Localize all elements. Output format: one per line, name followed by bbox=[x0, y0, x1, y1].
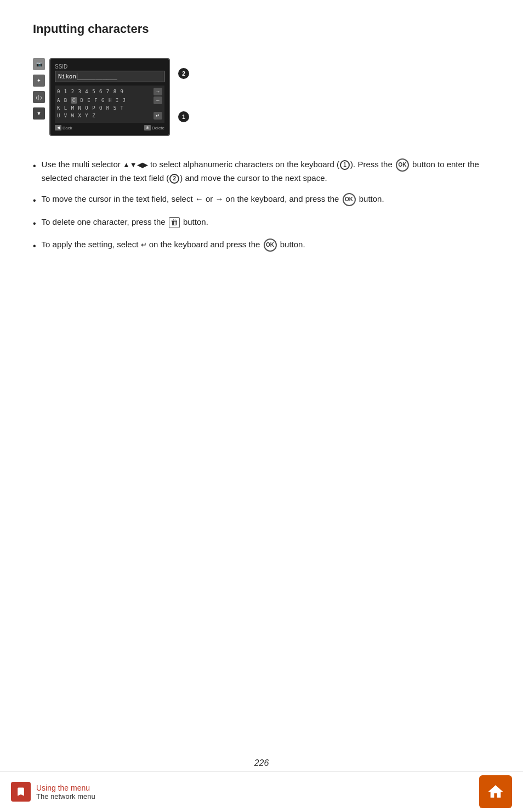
camera-icon-4: ▼ bbox=[33, 107, 45, 120]
ok-button-1: OK bbox=[396, 158, 409, 172]
delete-btn-icon: ⊗ bbox=[144, 125, 151, 130]
camera-icon-3: (│) bbox=[33, 91, 45, 103]
bottom-nav-text: Using the menu The network menu bbox=[36, 783, 95, 800]
bullet-dot-4: • bbox=[33, 239, 36, 253]
nav-icon bbox=[11, 782, 31, 802]
callout-1: 1 bbox=[178, 111, 189, 122]
camera-illustration: 📷 ✦ (│) ▼ SSID Nikon___________ 0 1 2 3 … bbox=[33, 58, 490, 136]
camera-icon-1: 📷 bbox=[33, 58, 45, 70]
nav-link[interactable]: Using the menu bbox=[36, 783, 95, 792]
ssid-label: SSID bbox=[55, 64, 164, 70]
callout-2: 2 bbox=[178, 68, 189, 79]
text-field: Nikon___________ bbox=[55, 71, 164, 82]
bullet-text-3: To delete one character, press the 🗑 but… bbox=[42, 215, 208, 229]
bullet-text-1: Use the multi selector ▲▼◀▶ to select al… bbox=[42, 158, 490, 185]
bottom-bar: ◀ Back ⊗ Delete bbox=[55, 125, 164, 130]
keyboard-row-1: 0 1 2 3 4 5 6 7 8 9 → bbox=[57, 88, 162, 95]
page-title: Inputting characters bbox=[33, 22, 490, 36]
page-number: 226 bbox=[0, 758, 523, 768]
bullet-text-2: To move the cursor in the text field, se… bbox=[42, 192, 384, 206]
text-field-value: Nikon___________ bbox=[58, 73, 161, 80]
bullet-item-3: • To delete one character, press the 🗑 b… bbox=[33, 215, 490, 231]
camera-screen: SSID Nikon___________ 0 1 2 3 4 5 6 7 8 … bbox=[49, 58, 170, 136]
bullet-text-4: To apply the setting, select ↵ on the ke… bbox=[42, 238, 305, 252]
home-icon bbox=[487, 783, 504, 800]
bookmark-icon bbox=[15, 786, 26, 797]
enter-key: ↵ bbox=[154, 112, 162, 120]
trash-button-icon: 🗑 bbox=[169, 217, 180, 228]
bullet-item-2: • To move the cursor in the text field, … bbox=[33, 192, 490, 208]
bullet-dot-3: • bbox=[33, 217, 36, 231]
page-content: Inputting characters 📷 ✦ (│) ▼ SSID Niko… bbox=[0, 0, 523, 327]
alpha-keys-2: K L M N O P Q R S T bbox=[57, 105, 162, 111]
ok-button-2: OK bbox=[343, 193, 356, 206]
bullet-item-4: • To apply the setting, select ↵ on the … bbox=[33, 238, 490, 253]
nav-sub: The network menu bbox=[36, 792, 95, 800]
callout-ref-2: 2 bbox=[169, 174, 179, 184]
back-button: ◀ Back bbox=[55, 125, 72, 130]
alpha-keys-1: A B C D E F G H I J bbox=[57, 98, 151, 103]
bullet-dot-2: • bbox=[33, 194, 36, 208]
back-btn-icon: ◀ bbox=[55, 125, 61, 130]
bullet-list: • Use the multi selector ▲▼◀▶ to select … bbox=[33, 158, 490, 253]
backspace-key: ← bbox=[154, 96, 162, 104]
alpha-keys-3: U V W X Y Z bbox=[57, 113, 151, 118]
ok-button-3: OK bbox=[264, 239, 277, 252]
arrow-right-key: → bbox=[154, 88, 162, 95]
keyboard-row-2: A B C D E F G H I J ← bbox=[57, 96, 162, 104]
delete-button: ⊗ Delete bbox=[144, 125, 164, 130]
camera-side-icons: 📷 ✦ (│) ▼ bbox=[33, 58, 45, 120]
bottom-navigation: Using the menu The network menu bbox=[0, 771, 523, 812]
keyboard-row-4: U V W X Y Z ↵ bbox=[57, 112, 162, 120]
bottom-nav-left: Using the menu The network menu bbox=[11, 782, 95, 802]
camera-icon-2: ✦ bbox=[33, 75, 45, 87]
callout-ref-1: 1 bbox=[340, 160, 350, 170]
multi-selector-arrows: ▲▼◀▶ bbox=[123, 161, 148, 169]
bullet-dot-1: • bbox=[33, 159, 36, 173]
keyboard-row-3: K L M N O P Q R S T bbox=[57, 105, 162, 111]
enter-arrow-symbol: ↵ bbox=[141, 241, 147, 249]
home-button[interactable] bbox=[479, 775, 512, 808]
keyboard-area: 0 1 2 3 4 5 6 7 8 9 → A B C D E F G H I … bbox=[55, 86, 164, 123]
bullet-item-1: • Use the multi selector ▲▼◀▶ to select … bbox=[33, 158, 490, 185]
number-keys: 0 1 2 3 4 5 6 7 8 9 bbox=[57, 89, 151, 94]
